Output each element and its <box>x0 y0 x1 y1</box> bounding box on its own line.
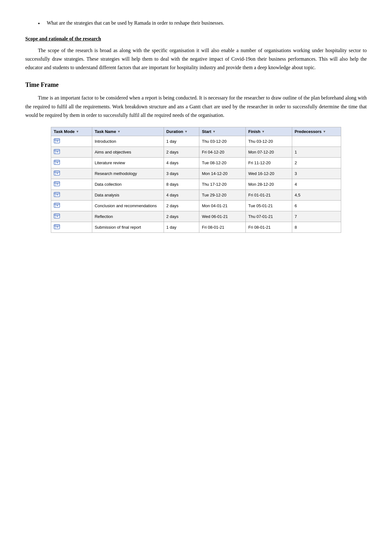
cell-start: Tue 08-12-20 <box>199 157 246 168</box>
col-label-finish: Finish <box>248 129 260 134</box>
task-mode-icon <box>54 213 60 220</box>
bullet-section: • What are the strategies that can be us… <box>25 19 367 28</box>
scope-section: Scope and rationale of the research The … <box>25 36 367 72</box>
task-mode-icon <box>54 202 60 209</box>
table-row: Data collection8 daysThu 17-12-20Mon 28-… <box>51 179 341 190</box>
cell-start: Thu 03-12-20 <box>199 136 246 147</box>
cell-task-name: Conclusion and recommendations <box>92 200 164 211</box>
cell-finish: Fri 08-01-21 <box>246 222 292 232</box>
table-row: Research methodology3 daysMon 14-12-20We… <box>51 168 341 179</box>
cell-finish: Fri 01-01-21 <box>246 190 292 200</box>
sort-arrow-task-name[interactable]: ▼ <box>117 130 120 133</box>
col-header-duration[interactable]: Duration ▼ <box>164 127 199 136</box>
bullet-dot: • <box>38 19 44 28</box>
cell-task-name: Introduction <box>92 136 164 147</box>
cell-start: Mon 14-12-20 <box>199 168 246 179</box>
cell-task-name: Research methodology <box>92 168 164 179</box>
cell-task-mode <box>51 200 92 211</box>
task-mode-icon <box>54 138 60 145</box>
cell-task-mode <box>51 211 92 222</box>
table-row: Aims and objectives2 daysFri 04-12-20Mon… <box>51 147 341 157</box>
sort-arrow-finish[interactable]: ▼ <box>262 130 265 133</box>
table-row: Introduction1 dayThu 03-12-20Thu 03-12-2… <box>51 136 341 147</box>
cell-predecessors: 8 <box>292 222 341 232</box>
task-mode-icon <box>54 149 60 155</box>
cell-task-mode <box>51 190 92 200</box>
timeframe-heading: Time Frame <box>25 81 367 88</box>
svg-rect-25 <box>54 225 60 226</box>
scope-heading: Scope and rationale of the research <box>25 36 367 42</box>
bullet-item: • What are the strategies that can be us… <box>38 19 367 28</box>
cell-duration: 1 day <box>164 136 199 147</box>
col-header-task-mode[interactable]: Task Mode ▼ <box>51 127 92 136</box>
cell-finish: Mon 28-12-20 <box>246 179 292 190</box>
bullet-text: What are the strategies that can be used… <box>47 19 224 27</box>
cell-duration: 2 days <box>164 200 199 211</box>
cell-task-name: Aims and objectives <box>92 147 164 157</box>
cell-predecessors: 7 <box>292 211 341 222</box>
task-mode-icon <box>54 160 60 166</box>
cell-task-name: Data analysis <box>92 190 164 200</box>
cell-finish: Thu 07-01-21 <box>246 211 292 222</box>
cell-predecessors: 2 <box>292 157 341 168</box>
cell-task-name: Data collection <box>92 179 164 190</box>
cell-start: Fri 04-12-20 <box>199 147 246 157</box>
table-body: Introduction1 dayThu 03-12-20Thu 03-12-2… <box>51 136 341 232</box>
col-label-task-mode: Task Mode <box>54 129 75 134</box>
table-header-row: Task Mode ▼ Task Name ▼ Duration ▼ <box>51 127 341 136</box>
sort-arrow-task-mode[interactable]: ▼ <box>76 130 79 133</box>
cell-start: Wed 06-01-21 <box>199 211 246 222</box>
cell-task-mode <box>51 147 92 157</box>
cell-start: Fri 08-01-21 <box>199 222 246 232</box>
task-mode-icon <box>54 192 60 198</box>
gantt-table: Task Mode ▼ Task Name ▼ Duration ▼ <box>51 127 341 233</box>
cell-duration: 4 days <box>164 190 199 200</box>
cell-task-name: Literature review <box>92 157 164 168</box>
sort-arrow-duration[interactable]: ▼ <box>184 130 188 133</box>
cell-predecessors: 3 <box>292 168 341 179</box>
cell-duration: 2 days <box>164 147 199 157</box>
table-row: Data analysis4 daysTue 29-12-20Fri 01-01… <box>51 190 341 200</box>
cell-task-mode <box>51 179 92 190</box>
cell-start: Mon 04-01-21 <box>199 200 246 211</box>
cell-finish: Mon 07-12-20 <box>246 147 292 157</box>
sort-arrow-start[interactable]: ▼ <box>213 130 216 133</box>
cell-task-mode <box>51 157 92 168</box>
svg-rect-13 <box>54 182 60 183</box>
cell-duration: 8 days <box>164 179 199 190</box>
cell-task-mode <box>51 222 92 232</box>
table-row: Literature review4 daysTue 08-12-20Fri 1… <box>51 157 341 168</box>
col-header-task-name[interactable]: Task Name ▼ <box>92 127 164 136</box>
svg-rect-16 <box>54 192 60 194</box>
col-label-predecessors: Predecessors <box>295 129 322 134</box>
cell-duration: 3 days <box>164 168 199 179</box>
cell-predecessors: 6 <box>292 200 341 211</box>
task-mode-icon <box>54 170 60 177</box>
task-mode-icon <box>54 181 60 188</box>
cell-predecessors: 4,5 <box>292 190 341 200</box>
col-header-finish[interactable]: Finish ▼ <box>246 127 292 136</box>
cell-task-mode <box>51 168 92 179</box>
task-mode-icon <box>54 224 60 231</box>
timeframe-section: Time Frame Time is an important factor t… <box>25 81 367 119</box>
col-header-predecessors[interactable]: Predecessors ▼ <box>292 127 341 136</box>
scope-paragraph: The scope of the research is broad as al… <box>25 46 367 72</box>
col-label-start: Start <box>202 129 211 134</box>
cell-task-name: Reflection <box>92 211 164 222</box>
svg-rect-22 <box>54 214 60 215</box>
col-header-start[interactable]: Start ▼ <box>199 127 246 136</box>
gantt-table-wrapper: Task Mode ▼ Task Name ▼ Duration ▼ <box>51 127 341 233</box>
cell-finish: Wed 16-12-20 <box>246 168 292 179</box>
cell-duration: 4 days <box>164 157 199 168</box>
col-label-duration: Duration <box>166 129 183 134</box>
timeframe-paragraph: Time is an important factor to be consid… <box>25 93 367 119</box>
cell-duration: 2 days <box>164 211 199 222</box>
cell-start: Tue 29-12-20 <box>199 190 246 200</box>
svg-rect-19 <box>54 203 60 205</box>
col-label-task-name: Task Name <box>95 129 116 134</box>
table-row: Reflection2 daysWed 06-01-21Thu 07-01-21… <box>51 211 341 222</box>
cell-task-name: Submission of final report <box>92 222 164 232</box>
cell-task-mode <box>51 136 92 147</box>
cell-predecessors: 4 <box>292 179 341 190</box>
sort-arrow-predecessors[interactable]: ▼ <box>323 130 326 133</box>
